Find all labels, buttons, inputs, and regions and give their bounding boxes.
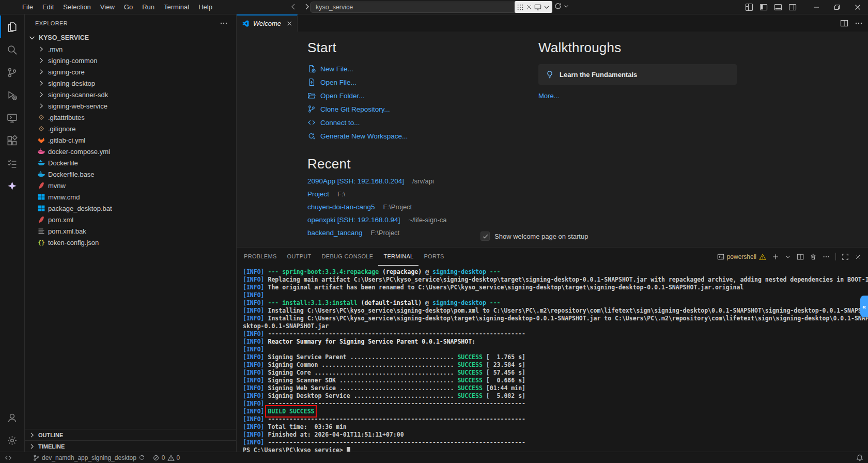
start-link-connect-to[interactable]: Connect to...: [307, 116, 868, 129]
terminal-cursor: [347, 447, 350, 452]
explorer-sidebar: EXPLORER KYSO_SERVICE.mvnsigning-commons…: [25, 14, 237, 452]
activity-source-control[interactable]: [0, 61, 24, 84]
tree-item-mvnw[interactable]: mvnw: [25, 180, 236, 191]
panel-tab-terminal[interactable]: TERMINAL: [378, 248, 419, 266]
tree-item-signing-common[interactable]: signing-common: [25, 55, 236, 66]
recent-link[interactable]: 2090App [SSH: 192.168.0.204]: [307, 177, 404, 185]
menu-edit[interactable]: Edit: [38, 1, 58, 13]
errors-icon: [152, 454, 160, 461]
shell-name: powershell: [727, 253, 756, 260]
remote-indicator[interactable]: [1, 452, 16, 463]
explorer-more-icon[interactable]: [220, 19, 228, 27]
toggle-secondary-sidebar-icon[interactable]: [788, 3, 797, 11]
menu-selection[interactable]: Selection: [58, 1, 95, 13]
x-mark-icon[interactable]: [525, 4, 533, 11]
editor-more-icon[interactable]: [855, 19, 863, 27]
close-window-button[interactable]: [847, 0, 868, 14]
panel-tab-problems[interactable]: PROBLEMS: [239, 248, 282, 266]
tree-item-docker-compose-yml[interactable]: docker-compose.yml: [25, 146, 236, 157]
activity-settings[interactable]: [0, 429, 24, 452]
panel-more-icon[interactable]: [823, 253, 830, 260]
activity-task-list[interactable]: [0, 152, 24, 175]
sync-dropdown[interactable]: [554, 2, 569, 10]
close-tab-icon[interactable]: [286, 20, 293, 27]
tree-item-signing-desktop[interactable]: signing-desktop: [25, 78, 236, 89]
menu-file[interactable]: File: [18, 1, 38, 13]
docker-icon: [37, 170, 45, 178]
restore-button[interactable]: [827, 0, 847, 14]
source-control-icon: [7, 67, 18, 78]
tree-item-package-desktop-bat[interactable]: package_desktop.bat: [25, 203, 236, 214]
git-branch-item[interactable]: dev_namdh_app_signing_desktop: [29, 452, 149, 463]
menu-help[interactable]: Help: [194, 1, 217, 13]
panel-tab-ports[interactable]: PORTS: [419, 248, 449, 266]
activity-sparkle[interactable]: [0, 175, 24, 197]
recent-link[interactable]: backend_tancang: [307, 229, 363, 237]
chevron-right-icon: [37, 68, 45, 76]
recent-link[interactable]: openxpki [SSH: 192.168.0.94]: [307, 216, 400, 224]
tree-item--gitignore[interactable]: .gitignore: [25, 123, 236, 134]
split-terminal-icon[interactable]: [797, 253, 804, 260]
edge-flap-button[interactable]: «: [860, 296, 868, 317]
panel-tab-debug-console[interactable]: DEBUG CONSOLE: [317, 248, 379, 266]
toggle-panel-icon[interactable]: [774, 3, 782, 11]
new-terminal-icon[interactable]: [772, 253, 779, 260]
tree-item--mvn[interactable]: .mvn: [25, 43, 236, 55]
menu-terminal[interactable]: Terminal: [159, 1, 194, 13]
walkthroughs-more-link[interactable]: More...: [538, 92, 737, 100]
walkthrough-learn-fundamentals[interactable]: Learn the Fundamentals: [538, 64, 737, 85]
minimize-button[interactable]: [806, 0, 827, 14]
start-link-generate-new-workspace[interactable]: Generate New Workspace...: [307, 129, 868, 143]
section-timeline[interactable]: TIMELINE: [25, 440, 236, 452]
chevron-right-icon: [28, 431, 36, 439]
tree-item-label: signing-core: [48, 68, 85, 76]
tree-item-pom-xml-bak[interactable]: pom.xml.bak: [25, 225, 236, 237]
customize-layout-icon[interactable]: [745, 3, 753, 11]
problems-item[interactable]: 0 0: [149, 452, 183, 463]
activity-extensions[interactable]: [0, 129, 24, 152]
grid-dots-icon[interactable]: [517, 4, 524, 11]
activity-run-debug[interactable]: [0, 84, 24, 106]
tree-item-dockerfile[interactable]: Dockerfile: [25, 157, 236, 168]
kill-terminal-icon[interactable]: [810, 253, 817, 260]
notifications-bell-icon[interactable]: [856, 454, 864, 462]
command-center-search[interactable]: kyso_service: [310, 2, 538, 13]
toggle-sidebar-icon[interactable]: [760, 3, 768, 11]
tree-item--gitlab-ci-yml[interactable]: .gitlab-ci.yml: [25, 134, 236, 146]
tab-welcome[interactable]: Welcome: [237, 14, 298, 32]
recent-link[interactable]: Project: [307, 190, 329, 198]
tree-item--gitattributes[interactable]: .gitattributes: [25, 112, 236, 123]
windows-icon: [37, 193, 45, 201]
activity-remote-explorer[interactable]: [0, 106, 24, 129]
task-list-icon: [7, 158, 18, 169]
recent-link[interactable]: chuyen-doi-tan-cang5: [307, 203, 375, 211]
tree-item-signing-scanner-sdk[interactable]: signing-scanner-sdk: [25, 89, 236, 100]
back-icon[interactable]: [289, 3, 298, 11]
activity-explorer[interactable]: [0, 16, 24, 38]
tree-root[interactable]: KYSO_SERVICE: [25, 32, 236, 43]
tree-item-label: signing-desktop: [48, 80, 95, 87]
tree-item-signing-web-service[interactable]: signing-web-service: [25, 100, 236, 112]
tree-item-mvnw-cmd[interactable]: mvnw.cmd: [25, 191, 236, 203]
terminal-instance-powershell[interactable]: powershell: [717, 253, 766, 260]
terminal-dropdown-icon[interactable]: [785, 254, 791, 260]
close-panel-icon[interactable]: [855, 253, 862, 260]
chevron-down-icon[interactable]: [543, 4, 550, 11]
activity-account[interactable]: [0, 406, 24, 429]
terminal-output[interactable]: [INFO] --- spring-boot:3.3.4:repackage (…: [237, 266, 868, 452]
tree-item-token-config-json[interactable]: {}token-config.json: [25, 237, 236, 248]
panel-tab-output[interactable]: OUTPUT: [282, 248, 317, 266]
tree-item-signing-core[interactable]: signing-core: [25, 66, 236, 78]
menu-view[interactable]: View: [96, 1, 119, 13]
menu-run[interactable]: Run: [137, 1, 159, 13]
start-link-clone-git-repository[interactable]: Clone Git Repository...: [307, 102, 868, 116]
maximize-panel-icon[interactable]: [842, 253, 849, 260]
tree-item-pom-xml[interactable]: pom.xml: [25, 214, 236, 225]
section-outline[interactable]: OUTLINE: [25, 429, 236, 440]
activity-search[interactable]: [0, 38, 24, 61]
tree-item-dockerfile-base[interactable]: Dockerfile.base: [25, 168, 236, 180]
menu-go[interactable]: Go: [119, 1, 137, 13]
split-editor-icon[interactable]: [840, 19, 848, 27]
show-welcome-checkbox[interactable]: [481, 232, 490, 241]
monitor-icon[interactable]: [534, 4, 541, 11]
